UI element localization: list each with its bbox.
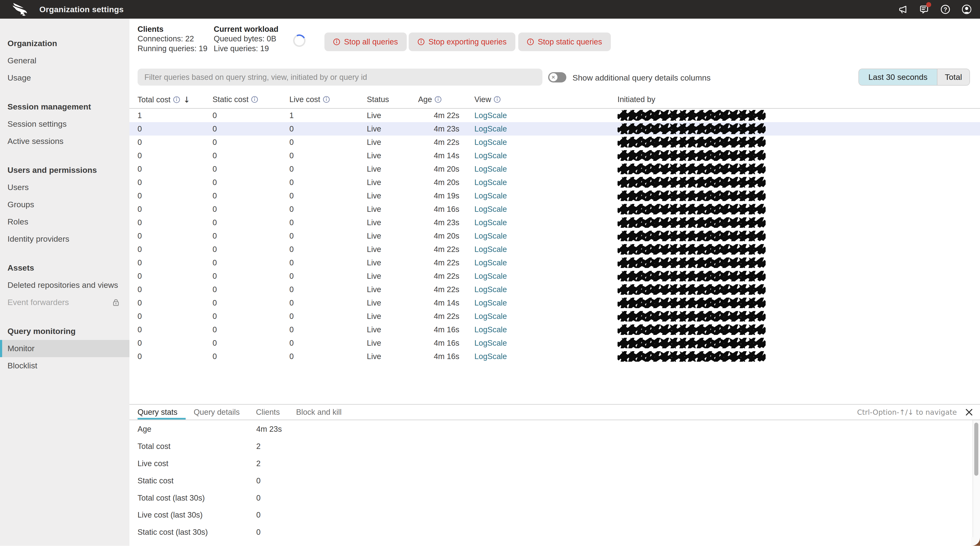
- cell-total-cost: 0: [138, 149, 142, 162]
- tab-clients[interactable]: Clients: [256, 405, 288, 420]
- info-icon[interactable]: [251, 96, 258, 103]
- window-rounded-corner: [971, 537, 980, 546]
- tab-block-and-kill[interactable]: Block and kill: [296, 405, 350, 420]
- sidebar-item-active-sessions[interactable]: Active sessions: [0, 133, 129, 150]
- header-view[interactable]: View: [474, 95, 501, 104]
- clients-running-queries: Running queries: 19: [138, 44, 207, 53]
- view-logscale-link[interactable]: LogScale: [474, 151, 507, 160]
- table-row[interactable]: 0 0 0 Live 4m 23s LogScale: [129, 216, 980, 229]
- sidebar-item-identity-providers[interactable]: Identity providers: [0, 230, 129, 248]
- range-total-button[interactable]: Total: [937, 69, 969, 85]
- cell-age: 4m 16s: [404, 203, 460, 216]
- sidebar-item-general[interactable]: General: [0, 52, 129, 69]
- view-logscale-link[interactable]: LogScale: [474, 111, 507, 120]
- view-logscale-link[interactable]: LogScale: [474, 232, 507, 240]
- stop-static-queries-button[interactable]: Stop static queries: [518, 33, 611, 51]
- tab-query-stats[interactable]: Query stats: [138, 405, 186, 420]
- table-row[interactable]: 0 0 0 Live 4m 22s LogScale: [129, 256, 980, 270]
- stat-row: Live cost (last 30s) 0: [129, 506, 973, 524]
- sidebar-item-usage[interactable]: Usage: [0, 69, 129, 87]
- range-last-30-seconds-button[interactable]: Last 30 seconds: [859, 69, 937, 85]
- table-row[interactable]: 0 0 0 Live 4m 16s LogScale: [129, 350, 980, 363]
- header-status[interactable]: Status: [367, 95, 389, 104]
- view-logscale-link[interactable]: LogScale: [474, 271, 507, 281]
- view-logscale-link[interactable]: LogScale: [474, 218, 507, 227]
- initiated-by-redacted-scribble: [617, 270, 765, 283]
- stat-row: Age 4m 23s: [129, 421, 973, 438]
- view-logscale-link[interactable]: LogScale: [474, 245, 507, 254]
- cell-static-cost: 0: [212, 256, 217, 270]
- table-row[interactable]: 0 0 0 Live 4m 22s LogScale: [129, 243, 980, 256]
- header-total-cost[interactable]: Total cost ↓: [138, 95, 190, 105]
- header-age[interactable]: Age: [418, 95, 442, 104]
- query-filter-input[interactable]: [138, 68, 542, 86]
- view-logscale-link[interactable]: LogScale: [474, 124, 507, 133]
- table-row[interactable]: 0 0 0 Live 4m 19s LogScale: [129, 189, 980, 203]
- table-row[interactable]: 1 0 1 Live 4m 22s LogScale: [129, 109, 980, 122]
- announcements-icon[interactable]: [897, 4, 908, 14]
- feedback-icon[interactable]: [919, 4, 929, 14]
- view-logscale-link[interactable]: LogScale: [474, 138, 507, 147]
- table-row[interactable]: 0 0 0 Live 4m 23s LogScale: [129, 122, 980, 135]
- view-logscale-link[interactable]: LogScale: [474, 191, 507, 200]
- table-row[interactable]: 0 0 0 Live 4m 16s LogScale: [129, 336, 980, 350]
- table-row[interactable]: 0 0 0 Live 4m 14s LogScale: [129, 149, 980, 162]
- info-icon[interactable]: [173, 96, 180, 103]
- info-icon[interactable]: [493, 96, 501, 103]
- info-icon[interactable]: [323, 96, 330, 103]
- query-stats-panel: Age 4m 23s Total cost 2 Live cost 2 Stat…: [129, 421, 973, 541]
- table-row[interactable]: 0 0 0 Live 4m 16s LogScale: [129, 323, 980, 336]
- sidebar-item-event-forwarders[interactable]: Event forwarders: [0, 294, 129, 311]
- view-logscale-link[interactable]: LogScale: [474, 205, 507, 214]
- cell-live-cost: 0: [289, 162, 294, 176]
- stat-label: Static cost (last 30s): [138, 524, 208, 541]
- table-row[interactable]: 0 0 0 Live 4m 20s LogScale: [129, 176, 980, 189]
- details-scrollbar-thumb[interactable]: [974, 423, 978, 476]
- sidebar-item-groups[interactable]: Groups: [0, 196, 129, 213]
- view-logscale-link[interactable]: LogScale: [474, 285, 507, 294]
- stop-exporting-queries-button[interactable]: Stop exporting queries: [409, 33, 515, 51]
- sidebar-item-roles[interactable]: Roles: [0, 213, 129, 230]
- cell-total-cost: 0: [138, 122, 142, 135]
- view-logscale-link[interactable]: LogScale: [474, 338, 507, 348]
- cell-static-cost: 0: [212, 270, 217, 283]
- view-logscale-link[interactable]: LogScale: [474, 312, 507, 321]
- header-initiated-by[interactable]: Initiated by: [617, 95, 655, 104]
- sort-descending-icon[interactable]: ↓: [183, 95, 190, 105]
- close-panel-icon[interactable]: [966, 409, 973, 416]
- sidebar-item-deleted-repositories-and-views[interactable]: Deleted repositories and views: [0, 276, 129, 294]
- sidebar-item-monitor[interactable]: Monitor: [0, 340, 129, 357]
- info-icon[interactable]: [434, 96, 442, 103]
- view-logscale-link[interactable]: LogScale: [474, 325, 507, 334]
- table-row[interactable]: 0 0 0 Live 4m 16s LogScale: [129, 203, 980, 216]
- table-row[interactable]: 0 0 0 Live 4m 20s LogScale: [129, 229, 980, 243]
- profile-icon[interactable]: [961, 4, 972, 14]
- header-static-cost[interactable]: Static cost: [212, 95, 258, 104]
- stop-all-queries-button[interactable]: Stop all queries: [325, 33, 407, 51]
- view-logscale-link[interactable]: LogScale: [474, 178, 507, 187]
- table-row[interactable]: 0 0 0 Live 4m 20s LogScale: [129, 162, 980, 176]
- help-icon[interactable]: ?: [940, 4, 951, 14]
- cell-static-cost: 0: [212, 336, 217, 350]
- cell-age: 4m 16s: [404, 323, 460, 336]
- cell-static-cost: 0: [212, 323, 217, 336]
- sidebar-item-session-settings[interactable]: Session settings: [0, 116, 129, 133]
- additional-columns-toggle[interactable]: ×: [548, 72, 566, 83]
- header-live-cost[interactable]: Live cost: [289, 95, 330, 104]
- table-row[interactable]: 0 0 0 Live 4m 22s LogScale: [129, 310, 980, 323]
- table-row[interactable]: 0 0 0 Live 4m 14s LogScale: [129, 296, 980, 310]
- cell-live-cost: 0: [289, 149, 294, 162]
- initiated-by-redacted-scribble: [617, 350, 765, 363]
- view-logscale-link[interactable]: LogScale: [474, 258, 507, 267]
- table-row[interactable]: 0 0 0 Live 4m 22s LogScale: [129, 135, 980, 149]
- view-logscale-link[interactable]: LogScale: [474, 352, 507, 361]
- details-scrollbar-track[interactable]: [973, 420, 980, 546]
- view-logscale-link[interactable]: LogScale: [474, 165, 507, 173]
- table-row[interactable]: 0 0 0 Live 4m 22s LogScale: [129, 283, 980, 296]
- sidebar-item-users[interactable]: Users: [0, 179, 129, 196]
- table-row[interactable]: 0 0 0 Live 4m 22s LogScale: [129, 270, 980, 283]
- view-logscale-link[interactable]: LogScale: [474, 298, 507, 308]
- sidebar-item-blocklist[interactable]: Blocklist: [0, 357, 129, 375]
- tab-query-details[interactable]: Query details: [194, 405, 248, 420]
- initiated-by-redacted-scribble: [617, 189, 765, 203]
